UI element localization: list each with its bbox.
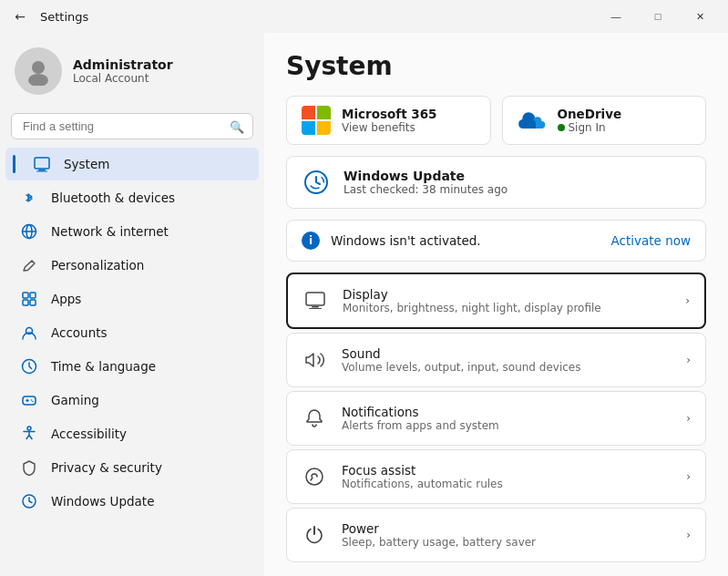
svg-rect-4 (36, 171, 47, 172)
power-text: PowerSleep, battery usage, battery saver (342, 521, 672, 549)
accessibility-icon (20, 425, 38, 443)
main-layout: Administrator Local Account 🔍 SystemBlue… (0, 33, 728, 576)
svg-point-18 (32, 401, 34, 403)
sidebar-item-label: Windows Update (51, 494, 154, 509)
time-icon (20, 357, 38, 375)
activation-banner: i Windows isn't activated. Activate now (286, 220, 706, 262)
svg-rect-11 (30, 300, 36, 305)
sidebar-item-apps[interactable]: Apps (5, 283, 259, 315)
sidebar-item-label: Gaming (51, 393, 99, 407)
user-info: Administrator Local Account (73, 57, 173, 85)
sidebar-item-time[interactable]: Time & language (5, 350, 259, 383)
focus-settings-icon (302, 464, 327, 489)
onedrive-icon (518, 106, 547, 135)
window-controls: — □ ✕ (595, 0, 721, 33)
sidebar-item-label: Time & language (51, 359, 156, 374)
notifications-desc: Alerts from apps and system (342, 419, 672, 432)
svg-rect-10 (23, 300, 28, 305)
back-button[interactable]: ← (7, 4, 33, 29)
minimize-button[interactable]: — (595, 0, 637, 33)
maximize-button[interactable]: □ (637, 0, 679, 33)
apps-icon (20, 290, 38, 308)
update-title: Windows Update (343, 169, 691, 183)
chevron-right-icon: › (685, 294, 690, 307)
display-desc: Monitors, brightness, night light, displ… (343, 302, 671, 314)
top-cards: Microsoft 365 View benefits OneDrive Si (286, 96, 706, 145)
sidebar-item-system[interactable]: System (5, 148, 259, 180)
display-settings-icon (302, 288, 328, 314)
sidebar-item-label: Apps (51, 292, 81, 306)
update-card[interactable]: Windows Update Last checked: 38 minutes … (286, 156, 706, 209)
settings-item-power[interactable]: PowerSleep, battery usage, battery saver… (286, 508, 706, 562)
sidebar-item-personalization[interactable]: Personalization (5, 249, 259, 282)
focus-text: Focus assistNotifications, automatic rul… (342, 463, 672, 490)
power-desc: Sleep, battery usage, battery saver (342, 536, 672, 549)
user-profile[interactable]: Administrator Local Account (0, 33, 264, 109)
sidebar-item-gaming[interactable]: Gaming (5, 384, 259, 417)
privacy-icon (20, 458, 38, 477)
onedrive-card[interactable]: OneDrive Sign In (502, 96, 707, 145)
accounts-icon (20, 324, 38, 342)
sidebar-item-update[interactable]: Windows Update (5, 485, 259, 518)
search-icon: 🔍 (230, 119, 244, 133)
notifications-text: NotificationsAlerts from apps and system (342, 405, 672, 432)
user-name: Administrator (73, 57, 173, 72)
svg-rect-2 (35, 158, 49, 169)
info-icon: i (302, 231, 320, 250)
close-button[interactable]: ✕ (679, 0, 721, 33)
sound-title: Sound (342, 346, 672, 361)
banner-text: Windows isn't activated. (331, 233, 600, 248)
focus-title: Focus assist (342, 463, 672, 478)
user-type: Local Account (73, 72, 173, 85)
onedrive-title: OneDrive (558, 107, 622, 121)
settings-item-focus[interactable]: Focus assistNotifications, automatic rul… (286, 449, 706, 504)
update-icon (302, 168, 331, 197)
activate-link[interactable]: Activate now (611, 233, 691, 248)
sound-text: SoundVolume levels, output, input, sound… (342, 346, 672, 374)
app-title: Settings (40, 10, 88, 24)
ms365-subtitle: View benefits (342, 121, 437, 134)
ms365-icon (302, 106, 331, 135)
svg-point-17 (31, 399, 33, 401)
sidebar-item-label: System (64, 157, 109, 171)
sidebar-item-label: Bluetooth & devices (51, 190, 175, 205)
sidebar-item-accounts[interactable]: Accounts (5, 316, 259, 349)
sidebar-item-label: Accessibility (51, 427, 127, 441)
notifications-title: Notifications (342, 405, 672, 419)
chevron-right-icon: › (686, 470, 691, 483)
sidebar-item-label: Privacy & security (51, 460, 162, 475)
chevron-right-icon: › (686, 412, 691, 425)
settings-item-notifications[interactable]: NotificationsAlerts from apps and system… (286, 391, 706, 446)
update-text: Windows Update Last checked: 38 minutes … (343, 169, 691, 196)
sidebar-item-bluetooth[interactable]: Bluetooth & devices (5, 181, 259, 214)
titlebar: ← Settings — □ ✕ (0, 0, 728, 33)
sidebar-item-network[interactable]: Network & internet (5, 215, 259, 248)
update-subtitle: Last checked: 38 minutes ago (343, 183, 691, 196)
ms365-title: Microsoft 365 (342, 107, 437, 121)
search-input[interactable] (11, 113, 253, 139)
svg-rect-22 (306, 293, 324, 305)
sidebar-item-accessibility[interactable]: Accessibility (5, 417, 259, 450)
svg-rect-8 (23, 293, 28, 298)
svg-rect-23 (312, 306, 319, 308)
sound-settings-icon (302, 347, 327, 373)
settings-item-sound[interactable]: SoundVolume levels, output, input, sound… (286, 333, 706, 387)
focus-desc: Notifications, automatic rules (342, 478, 672, 490)
nav-list: SystemBluetooth & devicesNetwork & inter… (0, 147, 264, 519)
notifications-settings-icon (302, 406, 327, 431)
bluetooth-icon (20, 189, 38, 207)
avatar (15, 47, 62, 95)
sidebar-item-label: Personalization (51, 258, 144, 273)
search-box: 🔍 (11, 113, 253, 139)
ms365-text: Microsoft 365 View benefits (342, 107, 437, 134)
network-icon (20, 222, 38, 241)
sidebar-item-privacy[interactable]: Privacy & security (5, 451, 259, 484)
system-icon (33, 155, 51, 173)
ms365-card[interactable]: Microsoft 365 View benefits (286, 96, 491, 145)
settings-list: DisplayMonitors, brightness, night light… (286, 273, 706, 562)
settings-item-display[interactable]: DisplayMonitors, brightness, night light… (286, 273, 706, 329)
active-indicator (13, 155, 15, 173)
sidebar-item-label: Accounts (51, 325, 108, 340)
onedrive-text: OneDrive Sign In (558, 107, 622, 134)
sidebar: Administrator Local Account 🔍 SystemBlue… (0, 33, 264, 576)
